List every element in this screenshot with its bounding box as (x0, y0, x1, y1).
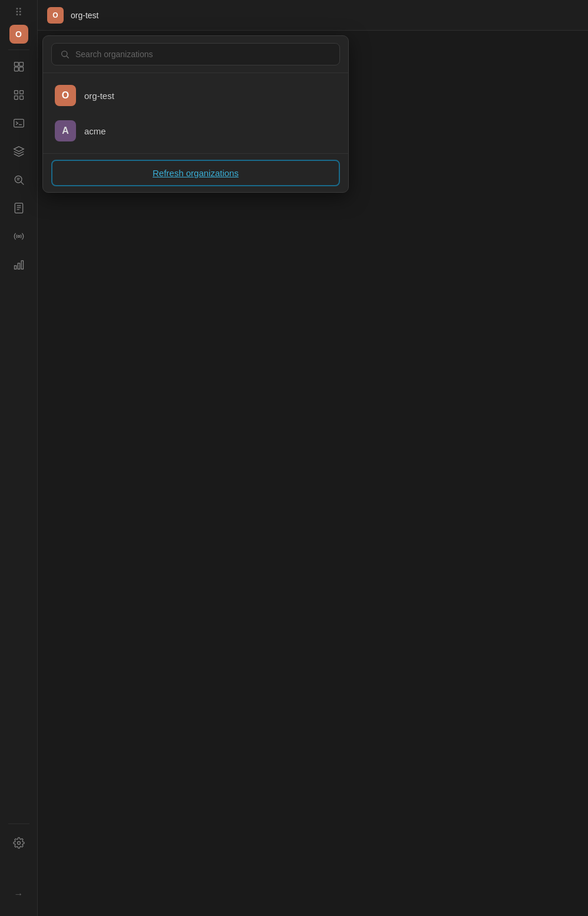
svg-rect-1 (19, 62, 23, 67)
sidebar-item-settings[interactable] (6, 830, 32, 856)
org-name-org-test: org-test (84, 91, 114, 101)
topbar-org-avatar[interactable]: O (47, 7, 64, 24)
org-icon-o: O (55, 85, 76, 106)
sidebar-item-package[interactable] (6, 139, 32, 164)
sidebar-item-dashboard[interactable] (6, 82, 32, 108)
search-container (43, 36, 348, 73)
dashboard-icon (13, 89, 25, 101)
sidebar: ⠿ O (0, 0, 38, 916)
svg-rect-21 (21, 261, 23, 269)
layout-icon (13, 61, 25, 73)
search-box[interactable] (51, 43, 340, 65)
svg-rect-3 (19, 67, 23, 71)
topbar: O org-test (38, 0, 588, 31)
org-avatar-button[interactable]: O (9, 25, 28, 44)
svg-rect-8 (14, 119, 24, 127)
svg-point-18 (18, 235, 19, 237)
svg-rect-0 (14, 62, 18, 67)
svg-rect-2 (14, 67, 18, 71)
sidebar-item-search-logs[interactable] (6, 167, 32, 193)
search-icon (60, 50, 70, 59)
org-list-item-acme[interactable]: A acme (43, 113, 348, 149)
sidebar-bottom-divider (8, 823, 29, 824)
sidebar-item-layout[interactable] (6, 54, 32, 80)
notes-icon (13, 202, 25, 214)
broadcast-icon (13, 230, 25, 242)
package-icon (13, 146, 25, 157)
settings-icon (13, 837, 25, 849)
sidebar-item-notes[interactable] (6, 195, 32, 221)
org-list-item-org-test[interactable]: O org-test (43, 78, 348, 113)
svg-point-22 (17, 842, 20, 845)
sidebar-expand-button[interactable]: → (9, 884, 28, 904)
org-icon-a: A (55, 120, 76, 141)
svg-rect-14 (15, 203, 22, 213)
analytics-icon (13, 259, 25, 271)
svg-rect-5 (19, 91, 23, 94)
topbar-org-name: org-test (71, 11, 98, 20)
svg-line-24 (67, 56, 69, 58)
refresh-container: Refresh organizations (43, 154, 348, 192)
org-name-acme: acme (84, 126, 106, 136)
svg-rect-19 (14, 266, 16, 269)
refresh-organizations-button[interactable]: Refresh organizations (51, 160, 340, 186)
sidebar-item-terminal[interactable] (6, 110, 32, 136)
search-logs-icon (13, 174, 25, 186)
search-input[interactable] (75, 50, 331, 59)
svg-rect-7 (19, 96, 23, 100)
svg-line-11 (21, 182, 24, 185)
sidebar-bottom: → (0, 820, 37, 909)
org-list: O org-test A acme (43, 73, 348, 154)
terminal-icon (13, 117, 25, 129)
svg-rect-20 (18, 263, 19, 269)
drag-handle[interactable]: ⠿ (15, 7, 22, 18)
svg-rect-4 (14, 91, 18, 94)
sidebar-item-analytics[interactable] (6, 252, 32, 278)
sidebar-item-broadcast[interactable] (6, 223, 32, 249)
main-content: O org-test O org-test (38, 0, 588, 916)
svg-point-23 (62, 51, 67, 57)
sidebar-nav (0, 54, 37, 820)
org-switcher-dropdown: O org-test A acme Refresh organizations (42, 35, 349, 193)
dropdown-overlay: O org-test A acme Refresh organizations (38, 31, 588, 916)
sidebar-divider (8, 50, 29, 50)
svg-rect-6 (14, 96, 18, 100)
svg-point-10 (15, 176, 22, 183)
